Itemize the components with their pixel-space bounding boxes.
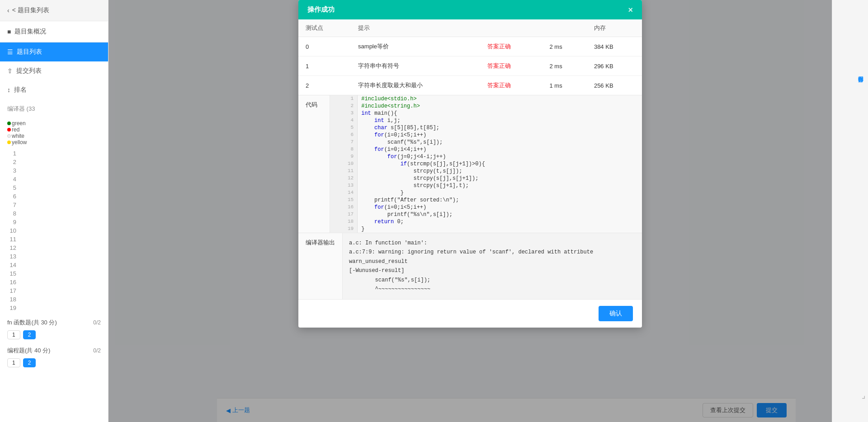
- cell-hint: 字符串中有符号: [351, 56, 480, 76]
- function-tag-1[interactable]: 1: [7, 330, 20, 339]
- confirm-button[interactable]: 确认: [599, 306, 633, 321]
- right-panel: 各语言样例程序 ⌟: [832, 0, 868, 422]
- cell-hint: sample等价: [351, 37, 480, 56]
- app-container: ‹ < 题目集列表 ■ 题目集概况 ☰ 题目列表 ⇧ 提交列表 ↕ 排名 编译器…: [0, 0, 868, 422]
- code-editor: 1#include<stdio.h>2#include<string.h>3in…: [330, 95, 642, 233]
- color-legend: green red white yellow: [0, 118, 108, 149]
- line-code: strcpy(s[j+1],t);: [358, 182, 642, 189]
- line-code: for(i=0;i<4;i++): [358, 146, 642, 153]
- code-line: 12 strcpy(s[j],s[j+1]);: [330, 175, 642, 182]
- number-list: 1 2 3 4 5 6 7 8 9 10 11 12 13 14 15 16 1…: [0, 149, 108, 316]
- sidebar-back-button[interactable]: ‹ < 题目集列表: [0, 0, 108, 21]
- line-code: printf("After sorted:\n");: [358, 197, 642, 204]
- line-number: 7: [330, 139, 358, 146]
- results-table: 测试点 提示 内存 0 sample等价 答案正确 2 ms 384 KB: [298, 19, 642, 95]
- programming-tag-2[interactable]: 2: [23, 358, 36, 367]
- code-line: 7 scanf("%s",s[i]);: [330, 139, 642, 146]
- code-label: 代码: [298, 95, 330, 233]
- line-number: 13: [330, 182, 358, 189]
- line-number: 15: [330, 197, 358, 204]
- sidebar-submit-list-item[interactable]: ⇧ 提交列表: [0, 61, 108, 80]
- function-group-score: 0/2: [93, 319, 101, 326]
- line-code: #include<string.h>: [358, 103, 642, 110]
- code-line: 16 for(i=0;i<5;i++): [330, 204, 642, 211]
- line-number: 2: [330, 103, 358, 110]
- problem-list-label: 题目列表: [17, 48, 42, 56]
- function-tag-2[interactable]: 2: [23, 330, 36, 339]
- cell-status: 答案正确: [480, 37, 542, 56]
- programming-group-tags: 1 2: [7, 357, 101, 370]
- sidebar-overview-item[interactable]: ■ 题目集概况: [0, 21, 108, 42]
- line-number: 11: [330, 168, 358, 175]
- line-number: 3: [330, 110, 358, 117]
- line-number: 5: [330, 124, 358, 131]
- rank-label: 排名: [14, 86, 27, 94]
- programming-tag-1[interactable]: 1: [7, 358, 20, 367]
- col-hint: 提示: [351, 19, 480, 37]
- col-memory: 内存: [587, 19, 642, 37]
- line-code: char s[5][85],t[85];: [358, 124, 642, 131]
- line-code: int main(){: [358, 110, 642, 117]
- function-group-title: fn 函数题(共 30 分): [7, 319, 57, 327]
- code-line: 10 if(strcmp(s[j],s[j+1])>0){: [330, 160, 642, 168]
- table-row: 0 sample等价 答案正确 2 ms 384 KB: [298, 37, 642, 56]
- cell-memory: 296 KB: [587, 56, 642, 76]
- code-line: 8 for(i=0;i<4;i++): [330, 146, 642, 153]
- submit-list-label: 提交列表: [16, 67, 42, 75]
- cell-time: 2 ms: [542, 56, 587, 76]
- code-line: 1#include<stdio.h>: [330, 95, 642, 103]
- code-line: 15 printf("After sorted:\n");: [330, 197, 642, 204]
- modal-footer: 确认: [298, 299, 642, 328]
- resize-handle-icon: ⌟: [862, 390, 865, 400]
- line-code: for(j=0;j<4-i;j++): [358, 153, 642, 160]
- line-code: if(strcmp(s[j],s[j+1])>0){: [358, 160, 642, 168]
- function-group: fn 函数题(共 30 分) 0/2 1 2: [0, 316, 108, 344]
- code-line: 11 strcpy(t,s[j]);: [330, 168, 642, 175]
- compiler-label: 编译器 (33: [7, 105, 35, 113]
- code-line: 19}: [330, 225, 642, 233]
- cell-test-point: 2: [298, 76, 351, 95]
- col-status: [480, 19, 542, 37]
- line-code: for(i=0;i<5;i++): [358, 204, 642, 211]
- line-code: }: [358, 189, 642, 197]
- line-number: 17: [330, 211, 358, 218]
- code-line: 4 int i,j;: [330, 117, 642, 124]
- line-code: }: [358, 225, 642, 233]
- line-number: 8: [330, 146, 358, 153]
- cell-time: 1 ms: [542, 76, 587, 95]
- line-number: 16: [330, 204, 358, 211]
- programming-group: 编程题(共 40 分) 0/2 1 2: [0, 344, 108, 372]
- cell-memory: 384 KB: [587, 37, 642, 56]
- cell-memory: 256 KB: [587, 76, 642, 95]
- line-number: 9: [330, 153, 358, 160]
- sidebar-problem-list-item[interactable]: ☰ 题目列表: [0, 42, 108, 61]
- line-number: 4: [330, 117, 358, 124]
- code-line: 9 for(j=0;j<4-i;j++): [330, 153, 642, 160]
- line-code: return 0;: [358, 218, 642, 225]
- code-line: 3int main(){: [330, 110, 642, 117]
- rank-icon: ↕: [7, 86, 10, 94]
- col-test-point: 测试点: [298, 19, 351, 37]
- line-number: 6: [330, 131, 358, 139]
- line-code: int i,j;: [358, 117, 642, 124]
- line-number: 12: [330, 175, 358, 182]
- overview-icon: ■: [7, 28, 11, 35]
- code-section: 代码 1#include<stdio.h>2#include<string.h>…: [298, 95, 642, 233]
- cell-test-point: 1: [298, 56, 351, 76]
- line-code: scanf("%s",s[i]);: [358, 139, 642, 146]
- sidebar-rank-item[interactable]: ↕ 排名: [0, 80, 108, 99]
- line-number: 14: [330, 189, 358, 197]
- cell-status: 答案正确: [480, 76, 542, 95]
- modal-backdrop: 操作成功 × 测试点 提示 内存: [108, 0, 832, 422]
- main-content: 操作成功 × 测试点 提示 内存: [108, 0, 832, 422]
- line-code: strcpy(s[j],s[j+1]);: [358, 175, 642, 182]
- programming-group-title: 编程题(共 40 分): [7, 347, 50, 355]
- code-line: 17 printf("%s\n",s[i]);: [330, 211, 642, 218]
- table-row: 2 字符串长度取最大和最小 答案正确 1 ms 256 KB: [298, 76, 642, 95]
- line-code: strcpy(t,s[j]);: [358, 168, 642, 175]
- line-number: 1: [330, 95, 358, 103]
- modal-close-button[interactable]: ×: [628, 6, 633, 14]
- compiler-label: 编译器输出: [298, 233, 343, 299]
- cell-test-point: 0: [298, 37, 351, 56]
- list-icon: ☰: [7, 48, 13, 56]
